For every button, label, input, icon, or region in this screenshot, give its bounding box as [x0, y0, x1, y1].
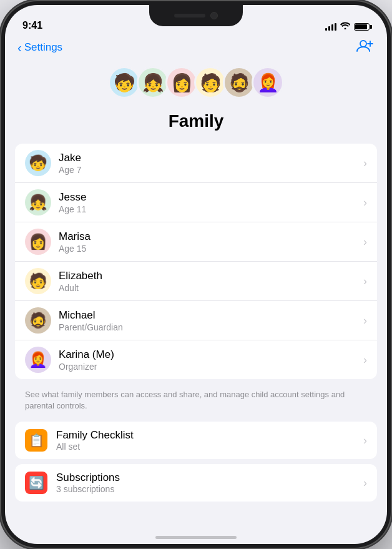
feature-text-1: Subscriptions 3 subscriptions [56, 472, 363, 494]
member-name-1: Jesse [59, 191, 363, 204]
page-title: Family [15, 111, 377, 131]
member-chevron-4: › [363, 314, 367, 327]
back-chevron-icon: ‹ [17, 41, 22, 54]
feature-cards: 📋 Family Checklist All set › 🔄 Subscript… [15, 422, 377, 502]
member-text-4: Michael Parent/Guardian [59, 309, 363, 332]
content-area: 🧒👧👩🧑🧔👩‍🦰 Family 🧒 Jake Age 7 › 👧 Jesse A… [5, 61, 387, 532]
member-chevron-1: › [363, 196, 367, 209]
member-text-1: Jesse Age 11 [59, 191, 363, 214]
home-indicator [155, 536, 237, 539]
feature-name-0: Family Checklist [56, 429, 363, 442]
feature-chevron-0: › [363, 434, 367, 447]
battery-icon [354, 23, 370, 31]
member-item-3[interactable]: 🧑 Elizabeth Adult › [15, 262, 377, 301]
avatar-2: 👩 [165, 66, 198, 99]
screen: 9:41 [5, 5, 387, 544]
avatar-1: 👧 [137, 66, 169, 99]
speaker [174, 14, 205, 17]
member-item-0[interactable]: 🧒 Jake Age 7 › [15, 144, 377, 183]
member-avatar-3: 🧑 [25, 268, 51, 294]
avatar-3: 🧑 [194, 66, 227, 99]
member-avatar-2: 👩 [25, 229, 51, 255]
member-name-5: Karina (Me) [59, 349, 363, 361]
member-item-5[interactable]: 👩‍🦰 Karina (Me) Organizer › [15, 340, 377, 379]
member-role-2: Age 15 [59, 244, 363, 254]
feature-sub-1: 3 subscriptions [56, 484, 363, 494]
avatar-5: 👩‍🦰 [252, 66, 284, 99]
member-avatar-1: 👧 [25, 189, 51, 215]
avatar-4: 🧔 [223, 66, 255, 99]
family-members-list: 🧒 Jake Age 7 › 👧 Jesse Age 11 › 👩 Marisa… [15, 144, 377, 379]
member-avatar-0: 🧒 [25, 150, 51, 176]
member-item-2[interactable]: 👩 Marisa Age 15 › [15, 222, 377, 262]
member-name-3: Elizabeth [59, 270, 363, 282]
member-role-4: Parent/Guardian [59, 322, 363, 332]
feature-text-0: Family Checklist All set [56, 429, 363, 452]
back-button[interactable]: ‹ Settings [17, 41, 62, 54]
wifi-icon [340, 22, 350, 31]
member-item-1[interactable]: 👧 Jesse Age 11 › [15, 183, 377, 222]
feature-item-0[interactable]: 📋 Family Checklist All set › [15, 422, 377, 459]
member-text-0: Jake Age 7 [59, 152, 363, 175]
member-avatar-5: 👩‍🦰 [25, 347, 51, 373]
member-name-2: Marisa [59, 230, 363, 243]
add-member-button[interactable] [356, 39, 375, 56]
feature-card-1: 🔄 Subscriptions 3 subscriptions › [15, 464, 377, 502]
member-role-0: Age 7 [59, 165, 363, 175]
member-item-4[interactable]: 🧔 Michael Parent/Guardian › [15, 301, 377, 340]
notch [149, 5, 243, 26]
phone-frame: 9:41 [0, 0, 392, 549]
member-chevron-2: › [363, 235, 367, 249]
camera [210, 12, 218, 19]
member-chevron-5: › [363, 354, 367, 367]
feature-icon-0: 📋 [25, 429, 47, 452]
feature-icon-1: 🔄 [25, 472, 47, 494]
feature-name-1: Subscriptions [56, 472, 363, 484]
status-time: 9:41 [22, 20, 42, 31]
nav-bar: ‹ Settings [5, 36, 387, 61]
member-name-0: Jake [59, 152, 363, 164]
member-avatar-4: 🧔 [25, 307, 51, 334]
svg-point-0 [360, 41, 366, 47]
member-role-1: Age 11 [59, 204, 363, 214]
feature-item-1[interactable]: 🔄 Subscriptions 3 subscriptions › [15, 464, 377, 502]
member-text-5: Karina (Me) Organizer [59, 349, 363, 372]
member-name-4: Michael [59, 309, 363, 322]
member-text-3: Elizabeth Adult [59, 270, 363, 293]
avatar-0: 🧒 [108, 66, 140, 99]
footer-note: See what family members can access and s… [15, 384, 377, 422]
member-text-2: Marisa Age 15 [59, 230, 363, 254]
member-role-3: Adult [59, 283, 363, 293]
member-chevron-0: › [363, 157, 367, 170]
member-role-5: Organizer [59, 362, 363, 372]
signal-icon [325, 23, 336, 31]
avatars-row: 🧒👧👩🧑🧔👩‍🦰 [15, 61, 377, 104]
back-label: Settings [24, 41, 62, 54]
feature-chevron-1: › [363, 477, 367, 490]
feature-card-0: 📋 Family Checklist All set › [15, 422, 377, 459]
status-icons [325, 22, 370, 31]
feature-sub-0: All set [56, 442, 363, 452]
member-chevron-3: › [363, 275, 367, 288]
